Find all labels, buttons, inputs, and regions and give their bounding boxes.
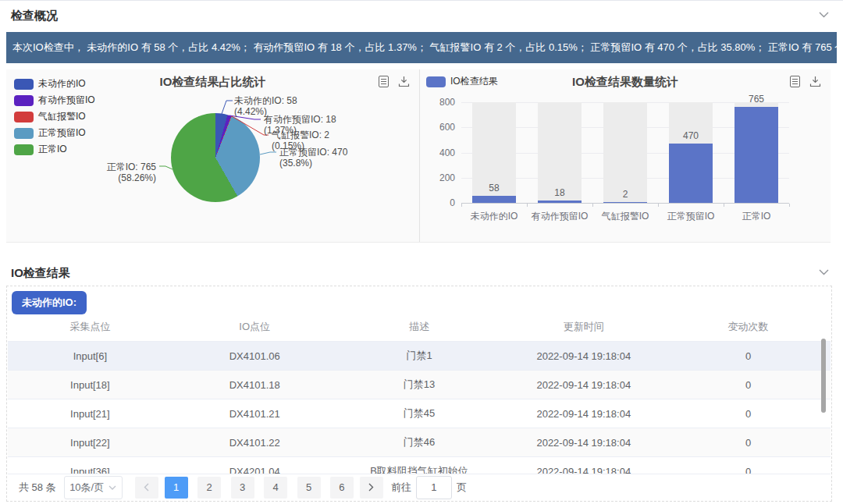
legend-swatch <box>14 128 34 139</box>
bar <box>603 202 647 203</box>
pie-chart-panel: 未动作的IO 有动作预留IO 气缸报警IO 正常预留IO 正常IO IO检查结果… <box>6 69 419 242</box>
cell-io-point: DX4101.21 <box>173 399 337 428</box>
y-axis-label: 800 <box>420 97 455 108</box>
y-axis-label: 400 <box>420 147 455 158</box>
overview-section-title: 检查概况 <box>11 9 58 23</box>
cell-io-point: DX4101.18 <box>173 371 337 399</box>
chevron-down-icon[interactable] <box>819 269 829 275</box>
scrollbar-thumb[interactable] <box>821 339 826 413</box>
pie-slice-label: 正常IO: 765 (58.26%) <box>78 161 156 183</box>
x-axis-label: 正常IO <box>717 210 795 223</box>
bar-value-label: 765 <box>724 94 789 105</box>
bar-value-label: 2 <box>592 189 658 200</box>
cell-collect-point: Input[18] <box>8 371 173 399</box>
cell-change-count: 0 <box>666 428 831 457</box>
bar-column: 18 有动作预留IO <box>527 102 592 203</box>
legend-item[interactable]: 正常IO <box>14 141 95 158</box>
pie-label-percent: (35.8%) <box>279 158 365 169</box>
data-view-icon[interactable] <box>379 76 389 87</box>
chevron-left-icon <box>144 483 149 492</box>
legend-swatch <box>14 112 34 122</box>
summary-banner: 本次IO检查中， 未动作的IO 有 58 个，占比 4.42%； 有动作预留IO… <box>6 32 837 63</box>
bar-value-label: 470 <box>658 130 724 141</box>
axis-tick <box>724 204 724 207</box>
page-number-button[interactable]: 2 <box>197 477 221 499</box>
legend-item[interactable]: 气缸报警IO <box>14 108 95 125</box>
column-header: 采集点位 <box>8 312 173 342</box>
page-number-button[interactable]: 5 <box>297 477 321 499</box>
pie-label-value: 正常预留IO: 470 <box>279 147 347 158</box>
legend-swatch <box>14 144 34 155</box>
cell-io-point: DX4101.22 <box>173 428 337 457</box>
table-row: Input[18] DX4101.18 门禁13 2022-09-14 19:1… <box>8 371 831 399</box>
legend-swatch <box>14 95 34 106</box>
y-axis-label: 200 <box>420 172 455 183</box>
cell-description: 门禁45 <box>337 399 502 428</box>
page-size-select[interactable]: 10条/页 <box>64 476 123 499</box>
bar-chart-panel: IO检查结果 IO检查结果数量统计 0200400600800 58 未动作的I… <box>419 69 831 242</box>
category-badge[interactable]: 未动作的IO: <box>12 291 87 314</box>
cell-description: 门禁13 <box>337 371 502 399</box>
bar-plot: 0200400600800 58 未动作的IO 18 有动作预留IO 2 气缸报… <box>420 69 831 242</box>
y-axis-label: 0 <box>420 197 455 208</box>
column-header: 描述 <box>337 312 502 342</box>
bar-background <box>603 102 647 203</box>
axis-tick <box>592 204 593 207</box>
charts-strip: 未动作的IO 有动作预留IO 气缸报警IO 正常预留IO 正常IO IO检查结果… <box>6 69 831 243</box>
y-axis-label: 600 <box>420 122 455 133</box>
page-unit-label: 页 <box>457 481 467 495</box>
column-header: 更新时间 <box>501 312 666 342</box>
axis-tick <box>658 204 659 207</box>
cell-change-count: 0 <box>666 342 831 371</box>
bar <box>735 107 778 203</box>
bar <box>538 201 582 203</box>
page-size-value: 10条/页 <box>69 481 104 495</box>
prev-page-button[interactable] <box>135 477 158 499</box>
table-header-row: 采集点位IO点位描述更新时间变动次数 <box>8 312 831 342</box>
cell-change-count: 0 <box>666 371 831 399</box>
cell-update-time: 2022-09-14 19:18:04 <box>501 371 666 399</box>
page-number-button[interactable]: 4 <box>264 477 287 499</box>
page-number-button[interactable]: 6 <box>330 477 354 499</box>
table-row: Input[6] DX4101.06 门禁1 2022-09-14 19:18:… <box>8 342 831 371</box>
bar-column: 58 未动作的IO <box>461 102 527 203</box>
results-table: 采集点位IO点位描述更新时间变动次数 Input[6] DX4101.06 门禁… <box>8 312 831 486</box>
cell-collect-point: Input[22] <box>8 428 173 457</box>
chevron-down-icon <box>108 485 116 490</box>
cell-update-time: 2022-09-14 19:18:04 <box>501 428 666 457</box>
cell-description: 门禁46 <box>337 428 502 457</box>
chevron-down-icon[interactable] <box>819 12 829 18</box>
bar <box>669 144 713 203</box>
pagination: 共 58 条 10条/页 1 2 3 4 5 6 前往 页 <box>8 474 831 500</box>
x-axis-line <box>461 203 789 204</box>
pie-label-percent: (58.26%) <box>78 172 156 183</box>
bar-column: 765 正常IO <box>724 102 789 203</box>
pie-chart <box>171 113 260 202</box>
download-icon[interactable] <box>398 76 410 87</box>
bar-column: 2 气缸报警IO <box>592 102 658 203</box>
pie-slice-label: 正常预留IO: 470 (35.8%) <box>279 147 365 169</box>
axis-tick <box>789 204 790 207</box>
pie-label-value: 有动作预留IO: 18 <box>264 114 336 125</box>
cell-update-time: 2022-09-14 19:18:04 <box>501 399 666 428</box>
cell-collect-point: Input[6] <box>8 342 173 371</box>
next-page-button[interactable] <box>360 477 383 499</box>
bar-column: 470 正常预留IO <box>658 102 724 203</box>
legend-item[interactable]: 有动作预留IO <box>14 92 95 108</box>
results-container: 未动作的IO: 采集点位IO点位描述更新时间变动次数 Input[6] DX41… <box>6 286 832 502</box>
pie-label-value: 气缸报警IO: 2 <box>272 130 329 140</box>
legend-item-label: 正常预留IO <box>38 126 86 140</box>
table-row: Input[21] DX4101.21 门禁45 2022-09-14 19:1… <box>8 399 831 428</box>
pie-toolbox <box>379 76 410 87</box>
legend-item[interactable]: 正常预留IO <box>14 125 95 141</box>
pie-label-value: 未动作的IO: 58 <box>234 95 297 106</box>
pagination-total: 共 58 条 <box>19 481 56 495</box>
legend-item-label: 有动作预留IO <box>38 94 95 107</box>
cell-io-point: DX4101.06 <box>173 342 337 371</box>
pie-label-value: 正常IO: 765 <box>107 161 156 172</box>
column-header: 变动次数 <box>666 312 831 342</box>
goto-page-input[interactable] <box>416 476 452 499</box>
bar-value-label: 18 <box>527 187 592 198</box>
page-number-button[interactable]: 1 <box>165 477 188 499</box>
page-number-button[interactable]: 3 <box>231 477 254 499</box>
